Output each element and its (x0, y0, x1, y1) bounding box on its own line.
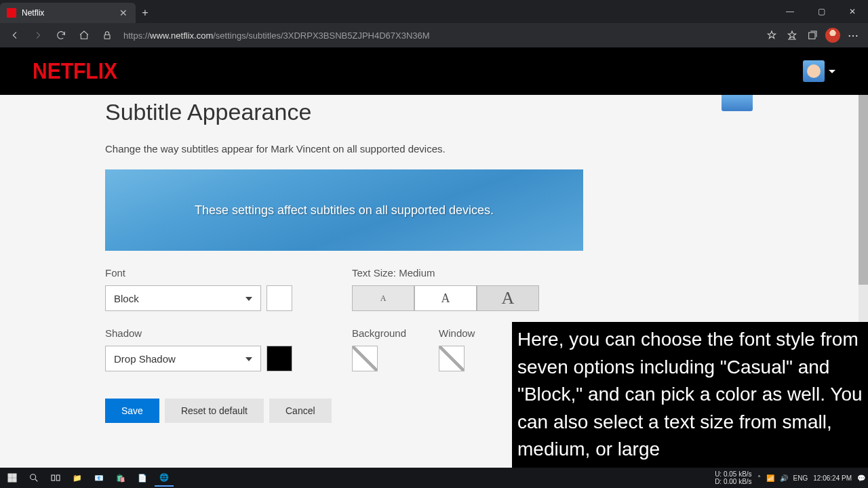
window-color-swatch[interactable] (439, 346, 465, 371)
edge-icon[interactable]: 🌐 (155, 469, 174, 487)
page-title: Subtitle Appearance (105, 99, 868, 125)
profile-avatar (803, 60, 825, 82)
svg-rect-8 (56, 475, 60, 481)
lang-indicator[interactable]: ENG (793, 474, 808, 482)
profile-side-avatar (722, 95, 753, 111)
search-button[interactable] (24, 469, 43, 487)
page-subtitle: Change the way subtitles appear for Mark… (105, 143, 868, 155)
minimize-window-button[interactable]: — (774, 0, 806, 23)
svg-rect-5 (13, 479, 16, 482)
shadow-color-swatch[interactable] (267, 346, 292, 371)
profile-menu[interactable] (803, 60, 835, 82)
system-tray[interactable]: U: 0.05 kB/s D: 0.00 kB/s ˄ 📶 🔊 ENG 12:0… (715, 470, 865, 485)
volume-icon[interactable]: 🔊 (780, 474, 788, 482)
favorite-button[interactable] (762, 26, 781, 45)
maximize-window-button[interactable]: ▢ (806, 0, 837, 23)
text-size-medium[interactable]: A (414, 285, 477, 311)
url-text[interactable]: https://www.netflix.com/settings/subtitl… (123, 30, 430, 41)
preview-text: These settings affect subtitles on all s… (195, 203, 494, 218)
font-label: Font (105, 267, 292, 279)
scrollbar-thumb[interactable] (859, 95, 868, 285)
mail-icon[interactable]: 📧 (90, 469, 108, 487)
browser-tab[interactable]: Netflix ✕ (0, 3, 136, 23)
shadow-label: Shadow (105, 327, 292, 339)
notifications-icon[interactable]: 💬 (857, 474, 865, 482)
window-titlebar: Netflix ✕ + — ▢ ✕ (0, 0, 868, 23)
favorites-list-button[interactable] (783, 26, 802, 45)
word-icon[interactable]: 📄 (133, 469, 152, 487)
reset-button[interactable]: Reset to default (165, 399, 264, 423)
caption-overlay: Here, you can choose the font style from… (512, 322, 868, 468)
caret-down-icon (245, 357, 252, 365)
lock-icon[interactable] (98, 26, 117, 45)
text-size-large[interactable]: A (477, 285, 539, 311)
window-label: Window (439, 327, 475, 339)
font-select[interactable]: Block (105, 285, 261, 311)
net-speed: U: 0.05 kB/s D: 0.00 kB/s (715, 470, 751, 485)
forward-button[interactable] (28, 26, 47, 45)
back-button[interactable] (5, 26, 24, 45)
favicon-netflix (7, 8, 16, 18)
svg-rect-1 (809, 33, 815, 39)
svg-rect-4 (8, 479, 12, 482)
more-button[interactable]: ⋯ (844, 26, 863, 45)
svg-rect-2 (8, 474, 12, 477)
home-button[interactable] (75, 26, 94, 45)
font-color-swatch[interactable] (267, 285, 292, 311)
shadow-value: Drop Shadow (114, 353, 176, 365)
close-window-button[interactable]: ✕ (837, 0, 868, 23)
tray-expand-icon[interactable]: ˄ (757, 474, 761, 482)
clock[interactable]: 12:06:24 PM (813, 474, 852, 482)
background-label: Background (352, 327, 406, 339)
cancel-button[interactable]: Cancel (269, 399, 332, 423)
svg-rect-7 (52, 475, 55, 481)
profile-button[interactable] (823, 26, 842, 45)
refresh-button[interactable] (52, 26, 71, 45)
text-size-group: A A A (352, 285, 539, 311)
tab-title: Netflix (22, 8, 114, 18)
task-view-button[interactable] (46, 469, 65, 487)
store-icon[interactable]: 🛍️ (111, 469, 130, 487)
netflix-logo[interactable]: NETFLIX (33, 58, 117, 83)
address-bar: https://www.netflix.com/settings/subtitl… (0, 23, 868, 47)
font-value: Block (114, 293, 139, 304)
background-color-swatch[interactable] (352, 346, 378, 371)
svg-point-6 (31, 474, 36, 480)
taskbar: 📁 📧 🛍️ 📄 🌐 U: 0.05 kB/s D: 0.00 kB/s ˄ 📶… (0, 468, 868, 488)
text-size-small[interactable]: A (352, 285, 414, 311)
close-tab-icon[interactable]: ✕ (119, 7, 127, 18)
caret-down-icon (829, 70, 835, 77)
file-explorer-icon[interactable]: 📁 (68, 469, 87, 487)
text-size-label: Text Size: Medium (352, 267, 539, 279)
netflix-header: NETFLIX (0, 47, 868, 95)
start-button[interactable] (3, 469, 22, 487)
collections-button[interactable] (803, 26, 822, 45)
caret-down-icon (245, 297, 252, 304)
subtitle-preview: These settings affect subtitles on all s… (105, 169, 583, 251)
wifi-icon[interactable]: 📶 (766, 474, 774, 482)
new-tab-button[interactable]: + (136, 3, 155, 23)
save-button[interactable]: Save (105, 399, 159, 423)
shadow-select[interactable]: Drop Shadow (105, 346, 261, 371)
svg-rect-0 (104, 35, 110, 39)
svg-rect-3 (13, 474, 16, 477)
